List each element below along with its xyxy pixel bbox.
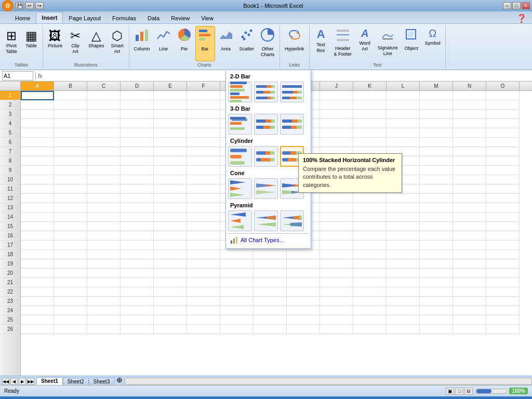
cell-L17[interactable]	[387, 241, 420, 250]
row-header-7[interactable]: 7	[0, 147, 20, 156]
cell-O7[interactable]	[486, 147, 520, 156]
cell-H23[interactable]	[254, 297, 287, 306]
col-header-L[interactable]: L	[387, 82, 420, 90]
row-header-22[interactable]: 22	[0, 287, 20, 297]
cell-K25[interactable]	[353, 315, 387, 325]
col-header-E[interactable]: E	[154, 82, 187, 90]
cell-D19[interactable]	[121, 259, 154, 269]
col-header-O[interactable]: O	[486, 82, 520, 90]
cell-A12[interactable]	[21, 194, 54, 203]
cell-D7[interactable]	[121, 147, 154, 156]
cell-C2[interactable]	[87, 100, 121, 110]
cell-L19[interactable]	[387, 259, 420, 269]
cell-C22[interactable]	[87, 287, 121, 297]
cell-K23[interactable]	[353, 297, 387, 306]
cell-C26[interactable]	[87, 325, 121, 334]
area-chart-btn[interactable]: Area	[216, 26, 236, 61]
cell-N3[interactable]	[453, 110, 486, 119]
cell-C11[interactable]	[87, 184, 121, 194]
cell-N10[interactable]	[453, 175, 486, 184]
row-header-25[interactable]: 25	[0, 315, 20, 325]
cell-D14[interactable]	[121, 212, 154, 222]
cell-N6[interactable]	[453, 138, 486, 147]
cell-J3[interactable]	[320, 110, 353, 119]
cell-L3[interactable]	[387, 110, 420, 119]
cell-K22[interactable]	[353, 287, 387, 297]
cell-C18[interactable]	[87, 250, 121, 259]
cell-F22[interactable]	[187, 287, 220, 297]
cell-L6[interactable]	[387, 138, 420, 147]
cell-N18[interactable]	[453, 250, 486, 259]
cell-F14[interactable]	[187, 212, 220, 222]
cell-C17[interactable]	[87, 241, 121, 250]
cell-C5[interactable]	[87, 128, 121, 138]
cell-M9[interactable]	[420, 166, 453, 175]
cell-M18[interactable]	[420, 250, 453, 259]
cell-F7[interactable]	[187, 147, 220, 156]
save-btn[interactable]: 💾	[16, 2, 24, 9]
cell-A4[interactable]	[21, 119, 54, 128]
cell-G20[interactable]	[220, 269, 254, 278]
sheet-tab-2[interactable]: Sheet2	[63, 378, 89, 385]
cell-O14[interactable]	[486, 212, 520, 222]
cell-J2[interactable]	[320, 100, 353, 110]
cell-C13[interactable]	[87, 203, 121, 212]
row-header-19[interactable]: 19	[0, 259, 20, 269]
col-header-C[interactable]: C	[87, 82, 121, 90]
cell-D2[interactable]	[121, 100, 154, 110]
chart-3d-100pct-stacked-bar[interactable]	[280, 114, 304, 135]
cell-E10[interactable]	[154, 175, 187, 184]
cell-E17[interactable]	[154, 241, 187, 250]
cell-O6[interactable]	[486, 138, 520, 147]
bar-chart-btn[interactable]: Bar	[195, 26, 215, 61]
sheet-add-btn[interactable]: ⊕	[114, 376, 125, 384]
cell-I20[interactable]	[287, 269, 320, 278]
tab-data[interactable]: Data	[142, 12, 165, 23]
cell-L21[interactable]	[387, 278, 420, 287]
cell-K17[interactable]	[353, 241, 387, 250]
cell-D25[interactable]	[121, 315, 154, 325]
cell-C16[interactable]	[87, 231, 121, 241]
cell-B14[interactable]	[54, 212, 87, 222]
cell-N25[interactable]	[453, 315, 486, 325]
col-header-J[interactable]: J	[320, 82, 353, 90]
cell-N13[interactable]	[453, 203, 486, 212]
cell-I26[interactable]	[287, 325, 320, 334]
cell-O25[interactable]	[486, 315, 520, 325]
cell-F23[interactable]	[187, 297, 220, 306]
cell-N4[interactable]	[453, 119, 486, 128]
cell-A14[interactable]	[21, 212, 54, 222]
cell-O18[interactable]	[486, 250, 520, 259]
other-charts-btn[interactable]: OtherCharts	[258, 26, 277, 61]
cell-M24[interactable]	[420, 306, 453, 315]
cell-C23[interactable]	[87, 297, 121, 306]
cell-E15[interactable]	[154, 222, 187, 231]
cell-D5[interactable]	[121, 128, 154, 138]
chart-3d-stacked-bar[interactable]	[254, 114, 278, 135]
row-header-2[interactable]: 2	[0, 100, 20, 110]
row-header-8[interactable]: 8	[0, 156, 20, 166]
cell-reference-input[interactable]: A1	[2, 71, 33, 81]
cell-G18[interactable]	[220, 250, 254, 259]
cell-M10[interactable]	[420, 175, 453, 184]
cell-L1[interactable]	[387, 91, 420, 100]
cell-K6[interactable]	[353, 138, 387, 147]
cell-B26[interactable]	[54, 325, 87, 334]
cell-L16[interactable]	[387, 231, 420, 241]
minimize-btn[interactable]: ─	[503, 2, 511, 9]
cell-B21[interactable]	[54, 278, 87, 287]
cell-I21[interactable]	[287, 278, 320, 287]
sheet-nav-next[interactable]: ▶	[19, 378, 26, 385]
cell-D23[interactable]	[121, 297, 154, 306]
cell-M26[interactable]	[420, 325, 453, 334]
cell-F26[interactable]	[187, 325, 220, 334]
cell-O24[interactable]	[486, 306, 520, 315]
cell-D24[interactable]	[121, 306, 154, 315]
cell-E16[interactable]	[154, 231, 187, 241]
cell-F20[interactable]	[187, 269, 220, 278]
tab-view[interactable]: View	[195, 12, 219, 23]
cell-M3[interactable]	[420, 110, 453, 119]
header-footer-btn[interactable]: Header& Footer	[331, 26, 355, 61]
wordart-btn[interactable]: A WordArt	[355, 26, 374, 61]
cell-K18[interactable]	[353, 250, 387, 259]
